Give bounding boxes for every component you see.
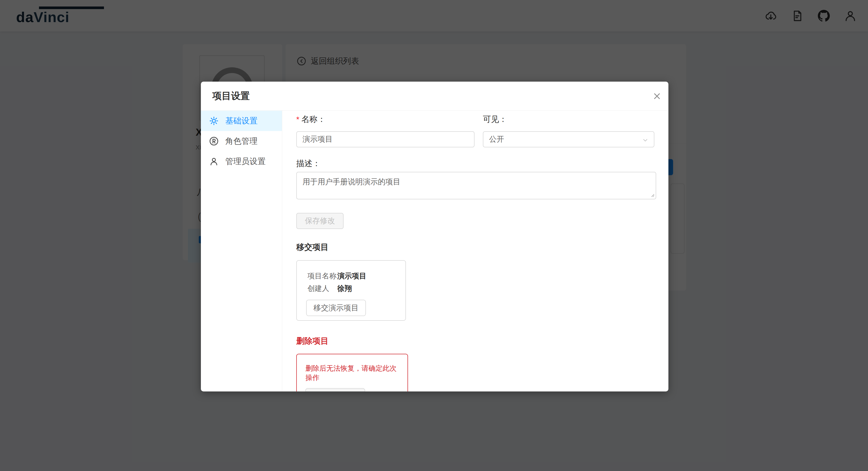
sidebar-item-label: 管理员设置 [225, 156, 266, 167]
sidebar-item-basic-settings[interactable]: 基础设置 [201, 111, 282, 131]
delete-project-button[interactable]: 删除演示项目 [305, 388, 365, 391]
save-changes-button[interactable]: 保存修改 [296, 213, 344, 229]
modal-title: 项目设置 [212, 90, 250, 102]
modal-sidebar: 基础设置 角色管理 管理员设置 [201, 111, 282, 391]
gear-icon [209, 116, 219, 126]
modal-header: 项目设置 [201, 82, 669, 111]
transfer-row-project-name: 项目名称 演示项目 [307, 271, 405, 284]
description-label: 描述： [296, 158, 656, 169]
transfer-project-heading: 移交项目 [296, 242, 656, 253]
project-settings-modal: 项目设置 基础设置 角色管理 管理员设置 * [201, 82, 669, 391]
basic-settings-panel: * 名称： 可见： 公开 描述： [282, 111, 669, 391]
visibility-label: 可见： [483, 114, 654, 125]
sidebar-item-admin-settings[interactable]: 管理员设置 [201, 151, 282, 171]
chevron-down-icon [642, 137, 649, 144]
transfer-project-panel: 项目名称 演示项目 创建人 徐翔 移交演示项目 [296, 260, 406, 321]
name-label: * 名称： [296, 114, 474, 125]
visibility-select[interactable]: 公开 [483, 131, 654, 147]
delete-project-heading: 删除项目 [296, 336, 656, 346]
registered-circle-icon [209, 136, 219, 146]
close-icon[interactable] [652, 92, 662, 101]
user-icon [209, 157, 219, 166]
visibility-selected-value: 公开 [489, 134, 504, 145]
description-field-wrap: 用于用户手册说明演示的项目 [296, 172, 656, 199]
required-asterisk: * [296, 115, 299, 124]
sidebar-item-label: 角色管理 [225, 136, 257, 147]
transfer-project-button[interactable]: 移交演示项目 [306, 300, 366, 316]
modal-body: 基础设置 角色管理 管理员设置 * 名称： [201, 111, 669, 391]
delete-warning-text: 删除后无法恢复，请确定此次操作 [305, 364, 400, 382]
transfer-row-creator: 创建人 徐翔 [307, 284, 405, 296]
project-description-textarea[interactable]: 用于用户手册说明演示的项目 [296, 172, 656, 199]
delete-project-panel: 删除后无法恢复，请确定此次操作 删除演示项目 [296, 354, 408, 391]
sidebar-item-role-management[interactable]: 角色管理 [201, 131, 282, 151]
project-name-input[interactable] [296, 131, 474, 147]
sidebar-item-label: 基础设置 [225, 116, 257, 126]
